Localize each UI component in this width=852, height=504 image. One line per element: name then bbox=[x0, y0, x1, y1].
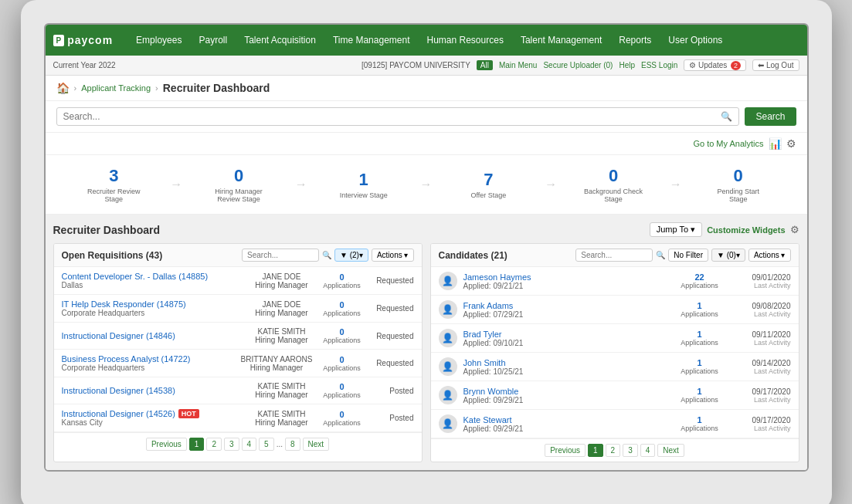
candidate-row-2: 👤 Brad Tyler Applied: 09/10/21 1 Applica… bbox=[431, 324, 799, 353]
search-button[interactable]: Search bbox=[745, 107, 796, 126]
nav-human-resources[interactable]: Human Resources bbox=[419, 30, 511, 50]
stage-5-label: Pending StartStage bbox=[717, 188, 759, 203]
cand-page-1[interactable]: 1 bbox=[588, 444, 603, 457]
candidate-date-4: 09/17/2020 bbox=[729, 387, 791, 396]
req-location-5: Kansas City bbox=[62, 418, 245, 427]
candidate-name-5[interactable]: Kate Stewart bbox=[463, 415, 670, 425]
open-req-filter-button[interactable]: ▼ (2)▾ bbox=[334, 249, 368, 262]
arrow-icon-1: → bbox=[170, 178, 182, 191]
req-location-0: Dallas bbox=[62, 281, 245, 289]
req-title-0[interactable]: Content Developer Sr. - Dallas (14885) bbox=[62, 272, 245, 281]
pipeline-stage-4[interactable]: 0 Background CheckStage bbox=[560, 166, 667, 203]
open-req-search[interactable] bbox=[242, 249, 319, 262]
candidate-sub-3: Applied: 10/25/21 bbox=[463, 367, 670, 376]
jump-to-button[interactable]: Jump To ▾ bbox=[650, 222, 702, 237]
page-8[interactable]: 8 bbox=[285, 438, 300, 451]
no-filter-button[interactable]: No Filter bbox=[668, 249, 708, 262]
open-req-actions-button[interactable]: Actions ▾ bbox=[372, 249, 414, 262]
page-3[interactable]: 3 bbox=[224, 438, 239, 451]
prev-button[interactable]: Previous bbox=[146, 438, 187, 451]
next-button[interactable]: Next bbox=[303, 438, 330, 451]
logout-button[interactable]: ⬅ Log Out bbox=[752, 59, 799, 71]
req-status-2: Requested bbox=[372, 332, 414, 340]
pipeline-stage-1[interactable]: 0 Hiring ManagerReview Stage bbox=[185, 166, 292, 203]
candidate-row-1: 👤 Frank Adams Applied: 07/29/21 1 Applic… bbox=[431, 296, 799, 324]
candidate-name-0[interactable]: Jameson Haymes bbox=[463, 272, 670, 282]
cand-page-3[interactable]: 3 bbox=[623, 444, 638, 457]
candidate-sub-5: Applied: 09/29/21 bbox=[463, 425, 670, 433]
open-req-row-5: Instructional Designer (14526) HOT Kansa… bbox=[54, 404, 422, 432]
updates-badge: 2 bbox=[731, 61, 741, 70]
candidate-sub-0: Applied: 09/21/21 bbox=[463, 282, 670, 290]
open-req-pagination: Previous 1 2 3 4 5 ... 8 Next bbox=[54, 432, 422, 455]
ess-login-link[interactable]: ESS Login bbox=[641, 61, 677, 69]
req-count-4: 0 bbox=[319, 382, 365, 391]
home-icon[interactable]: 🏠 bbox=[56, 82, 70, 94]
req-role-1: Hiring Manager bbox=[251, 309, 313, 317]
nav-talent-acquisition[interactable]: Talent Acquisition bbox=[236, 30, 324, 50]
req-count-5: 0 bbox=[319, 410, 365, 419]
req-title-5[interactable]: Instructional Designer (14526) bbox=[62, 409, 175, 418]
pipeline-stage-0[interactable]: 3 Recruiter ReviewStage bbox=[61, 166, 168, 203]
page-4[interactable]: 4 bbox=[242, 438, 257, 451]
help-link[interactable]: Help bbox=[619, 61, 635, 69]
req-title-1[interactable]: IT Help Desk Responder (14875) bbox=[62, 299, 245, 309]
req-title-2[interactable]: Instructional Designer (14846) bbox=[62, 331, 245, 340]
req-role-0: Hiring Manager bbox=[251, 281, 313, 289]
pipeline-stage-3[interactable]: 7 Offer Stage bbox=[436, 170, 542, 199]
logo-text: paycom bbox=[67, 34, 113, 46]
req-title-4[interactable]: Instructional Designer (14538) bbox=[62, 386, 245, 395]
updates-button[interactable]: ⚙ Updates 2 bbox=[684, 59, 746, 71]
req-title-3[interactable]: Business Process Analyst (14722) bbox=[62, 354, 235, 364]
candidate-avatar-3: 👤 bbox=[439, 357, 457, 376]
page-5[interactable]: 5 bbox=[259, 438, 274, 451]
page-2[interactable]: 2 bbox=[206, 438, 222, 451]
breadcrumb-applicant-tracking[interactable]: Applicant Tracking bbox=[81, 83, 151, 93]
page-1[interactable]: 1 bbox=[189, 438, 205, 451]
pipeline-stage-2[interactable]: 1 Interview Stage bbox=[311, 170, 417, 199]
open-req-row-0: Content Developer Sr. - Dallas (14885) D… bbox=[54, 267, 422, 295]
nav-user-options[interactable]: User Options bbox=[660, 30, 730, 50]
search-input[interactable] bbox=[56, 107, 740, 126]
nav-items: Employees Payroll Talent Acquisition Tim… bbox=[128, 30, 730, 50]
candidate-name-3[interactable]: John Smith bbox=[463, 358, 670, 367]
stage-4-count: 0 bbox=[609, 166, 618, 186]
candidate-apps-label-5: Applications bbox=[677, 425, 723, 432]
customize-widgets-button[interactable]: Customize Widgets bbox=[707, 225, 785, 235]
req-count-2: 0 bbox=[319, 327, 365, 337]
cand-page-4[interactable]: 4 bbox=[640, 444, 656, 457]
candidate-row-5: 👤 Kate Stewart Applied: 09/29/21 1 Appli… bbox=[431, 410, 799, 438]
analytics-gear-icon[interactable]: ⚙ bbox=[786, 137, 796, 150]
nav-payroll[interactable]: Payroll bbox=[191, 30, 235, 50]
nav-time-management[interactable]: Time Management bbox=[325, 30, 418, 50]
candidates-actions-button[interactable]: Actions ▾ bbox=[748, 249, 791, 262]
nav-reports[interactable]: Reports bbox=[611, 30, 659, 50]
analytics-link[interactable]: Go to My Analytics bbox=[693, 139, 763, 148]
candidate-row-3: 👤 John Smith Applied: 10/25/21 1 Applica… bbox=[431, 353, 799, 381]
all-badge[interactable]: All bbox=[477, 60, 493, 70]
dashboard-gear-icon[interactable]: ⚙ bbox=[790, 224, 799, 235]
candidate-row-0: 👤 Jameson Haymes Applied: 09/21/21 22 Ap… bbox=[431, 267, 799, 296]
main-menu-link[interactable]: Main Menu bbox=[499, 61, 537, 69]
stage-2-count: 1 bbox=[359, 170, 368, 190]
req-person-3: BRITTANY AARONS bbox=[241, 355, 313, 364]
secure-uploader-link[interactable]: Secure Uploader (0) bbox=[543, 61, 613, 69]
candidate-apps-5: 1 bbox=[677, 415, 723, 425]
pipeline-stage-5[interactable]: 0 Pending StartStage bbox=[685, 166, 792, 203]
cand-prev-button[interactable]: Previous bbox=[545, 444, 586, 457]
nav-talent-management[interactable]: Talent Management bbox=[513, 30, 609, 50]
req-role-5: Hiring Manager bbox=[251, 418, 313, 427]
stage-2-label: Interview Stage bbox=[340, 191, 388, 199]
candidate-name-4[interactable]: Brynn Womble bbox=[463, 387, 670, 396]
candidates-search[interactable] bbox=[575, 249, 653, 262]
candidate-date-label-0: Last Activity bbox=[729, 282, 791, 289]
cand-page-2[interactable]: 2 bbox=[606, 444, 621, 457]
req-location-1: Corporate Headquarters bbox=[62, 309, 245, 317]
candidate-name-1[interactable]: Frank Adams bbox=[463, 301, 670, 310]
candidates-filter-button[interactable]: ▼ (0)▾ bbox=[711, 249, 745, 262]
candidate-apps-0: 22 bbox=[677, 272, 723, 282]
req-count-label-5: Applications bbox=[319, 419, 365, 427]
cand-next-button[interactable]: Next bbox=[657, 444, 684, 457]
nav-employees[interactable]: Employees bbox=[128, 30, 189, 50]
candidate-name-2[interactable]: Brad Tyler bbox=[463, 330, 670, 339]
